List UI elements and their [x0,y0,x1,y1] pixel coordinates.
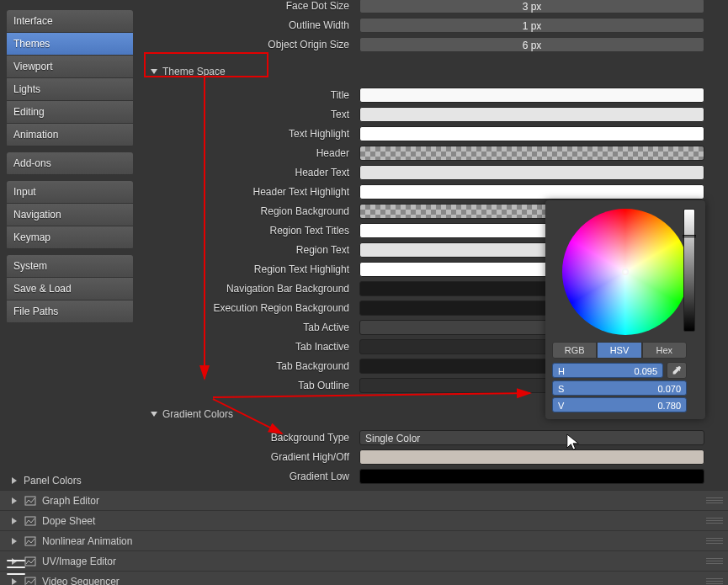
chevron-right-icon [12,538,17,545]
sidebar-item-interface[interactable]: Interface [7,10,133,33]
value-slider[interactable] [683,209,695,332]
s-label: S [558,381,564,395]
label: Region Background [141,205,359,217]
mode-hex-button[interactable]: Hex [642,342,687,359]
editor-label: Video Sequencer [42,576,120,586]
section-title: Theme Space [162,66,226,77]
color-wheel[interactable] [562,209,688,335]
label: Face Dot Size [141,0,359,12]
label: Outline Width [141,19,359,31]
sidebar-item-animation[interactable]: Animation [7,124,133,146]
label: Object Origin Size [141,39,359,51]
chevron-right-icon [12,497,17,504]
label: Region Text Highlight [141,263,359,275]
label: Header [141,147,359,159]
numeric-field[interactable]: 6 px [359,37,704,52]
section-theme-space[interactable]: Theme Space [146,62,728,81]
editor-label: Dope Sheet [42,515,95,527]
color-swatch[interactable] [359,107,704,122]
sidebar-item-navigation[interactable]: Navigation [7,204,133,226]
label-gradient-high: Gradient High/Off [141,451,359,463]
sidebar-item-editing[interactable]: Editing [7,101,133,124]
editor-item[interactable]: UV/Image Editor [0,551,728,572]
background-type-select[interactable]: Single Color [359,430,704,445]
drag-grip-icon[interactable] [706,497,723,504]
mode-hsv-button[interactable]: HSV [597,342,641,359]
eyedropper-button[interactable] [667,362,687,379]
drag-grip-icon[interactable] [706,558,723,565]
label: Header Text Highlight [141,186,359,198]
h-field[interactable]: H 0.095 [552,363,663,378]
label: Execution Region Background [141,302,359,314]
s-field[interactable]: S 0.070 [552,380,687,396]
sidebar-item-system[interactable]: System [7,255,133,278]
nla-icon [24,535,37,547]
svg-rect-4 [25,577,35,586]
section-title: Gradient Colors [162,408,233,420]
vse-icon [24,576,37,586]
editor-item[interactable]: Nonlinear Animation [0,531,728,551]
drag-grip-icon[interactable] [706,538,723,545]
svg-rect-0 [25,497,35,505]
svg-rect-1 [25,517,35,525]
label-background-type: Background Type [141,432,359,444]
label: Tab Inactive [141,341,359,353]
drag-grip-icon[interactable] [706,518,723,524]
wheel-marker-icon [622,269,629,275]
editor-label: Nonlinear Animation [42,535,132,547]
uv-icon [24,556,37,567]
color-swatch[interactable] [359,165,704,180]
chevron-right-icon [12,578,17,585]
color-swatch[interactable] [359,184,704,199]
color-swatch[interactable] [359,88,704,103]
sidebar-item-lights[interactable]: Lights [7,78,133,101]
label: Text Highlight [141,128,359,140]
sidebar-item-keymap[interactable]: Keymap [7,226,133,249]
editor-item[interactable]: Video Sequencer [0,572,728,585]
svg-rect-2 [25,537,35,545]
value-marker-icon [683,235,696,237]
eyedropper-icon [671,364,683,376]
sidebar-item-add-ons[interactable]: Add-ons [7,152,133,175]
chevron-down-icon [151,412,157,417]
editor-label: UV/Image Editor [42,556,116,567]
drag-grip-icon[interactable] [706,578,723,585]
hamburger-menu-button[interactable] [7,560,25,575]
dope-icon [24,515,37,527]
numeric-field[interactable]: 1 px [359,18,704,33]
mode-rgb-button[interactable]: RGB [552,342,597,359]
color-swatch[interactable] [359,146,704,161]
label: Tab Active [141,322,359,333]
sidebar-item-file-paths[interactable]: File Paths [7,300,133,323]
v-field[interactable]: V 0.780 [552,397,687,412]
label: Title [141,89,359,101]
v-value: 0.780 [657,398,681,412]
color-picker[interactable]: RGBHSVHex H 0.095 S 0.070 V 0.780 [545,200,705,419]
graph-icon [24,495,37,507]
editor-item[interactable]: Graph Editor [0,491,728,511]
svg-rect-3 [25,557,35,566]
chevron-right-icon [12,518,17,524]
label: Tab Outline [141,380,359,391]
editor-list: Panel Colors Graph Editor Dope Sheet Non… [0,471,728,585]
s-value: 0.070 [657,381,681,395]
preferences-sidebar: InterfaceThemesViewportLightsEditingAnim… [7,0,133,329]
editor-item[interactable]: Panel Colors [0,471,728,491]
label: Tab Background [141,360,359,372]
v-label: V [558,398,564,412]
sidebar-item-themes[interactable]: Themes [7,33,133,56]
editor-item[interactable]: Dope Sheet [0,511,728,531]
sidebar-item-input[interactable]: Input [7,181,133,204]
swatch-gradient-high[interactable] [359,449,704,465]
h-value: 0.095 [634,364,657,377]
chevron-right-icon [12,477,17,484]
sidebar-item-save-load[interactable]: Save & Load [7,278,133,300]
editor-label: Graph Editor [42,495,99,507]
chevron-down-icon [151,69,157,74]
h-label: H [558,364,565,377]
numeric-field[interactable]: 3 px [359,0,704,13]
label: Header Text [141,167,359,178]
color-swatch[interactable] [359,126,704,141]
color-mode-tabs: RGBHSVHex [552,342,687,359]
sidebar-item-viewport[interactable]: Viewport [7,56,133,78]
